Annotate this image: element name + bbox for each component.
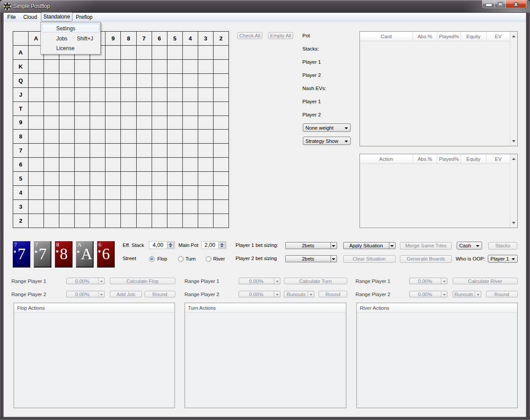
svg-text:SP: SP bbox=[5, 5, 9, 8]
